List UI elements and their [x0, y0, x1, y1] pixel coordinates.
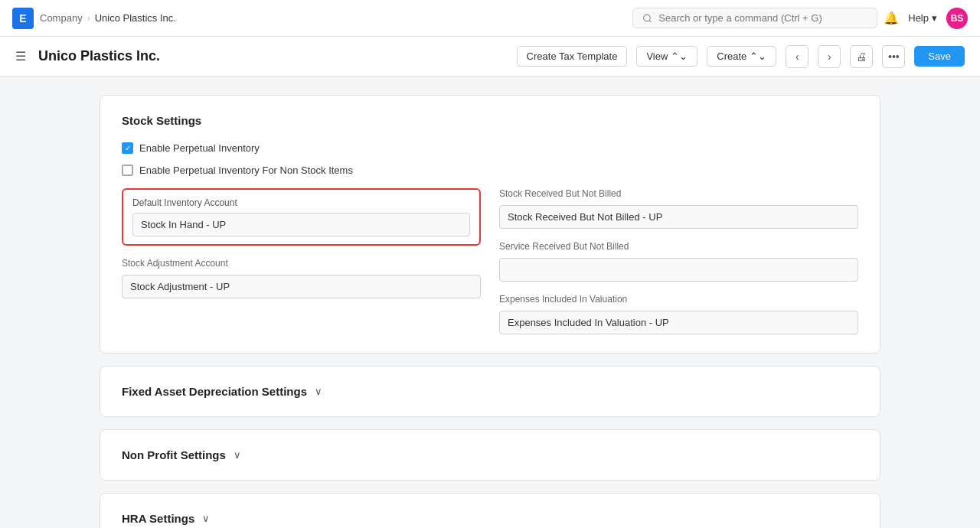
expenses-valuation-group: Expenses Included In Valuation [499, 294, 858, 334]
search-icon [642, 13, 652, 24]
help-chevron-icon: ▾ [932, 12, 937, 24]
enable-perpetual-non-stock-label[interactable]: Enable Perpetual Inventory For Non Stock… [122, 165, 353, 176]
view-button[interactable]: View ⌃⌄ [636, 46, 697, 67]
service-received-group: Service Received But Not Billed [499, 241, 858, 282]
svg-line-1 [649, 20, 651, 21]
breadcrumb: Company › Unico Plastics Inc. [40, 12, 176, 24]
nav-actions: 🔔 Help ▾ BS [884, 8, 968, 29]
breadcrumb-company[interactable]: Company [40, 12, 83, 24]
create-button[interactable]: Create ⌃⌄ [707, 46, 776, 67]
prev-button[interactable]: ‹ [786, 45, 808, 68]
default-inventory-account-label: Default Inventory Account [132, 197, 470, 208]
expenses-included-in-valuation-group: Expenses Included In Valuation [499, 294, 858, 334]
page-title: Unico Plastics Inc. [38, 48, 508, 64]
enable-perpetual-inventory-label[interactable]: ✓ Enable Perpetual Inventory [122, 142, 260, 154]
fixed-asset-collapsible-header[interactable]: Fixed Asset Depreciation Settings ∨ [122, 385, 858, 398]
stock-received-not-billed-label: Stock Received But Not Billed [499, 188, 858, 199]
stock-received-not-billed-group: Stock Received But Not Billed [499, 188, 858, 229]
expenses-included-in-valuation-label: Expenses Included In Valuation [499, 294, 858, 305]
expenses-included-in-valuation-input[interactable] [499, 311, 858, 334]
default-inventory-account-input[interactable] [132, 213, 470, 236]
stock-settings-card: Stock Settings ✓ Enable Perpetual Invent… [100, 95, 880, 354]
create-chevron-icon: ⌃⌄ [750, 51, 766, 62]
hra-collapsible-header[interactable]: HRA Settings ∨ [122, 512, 858, 525]
fixed-asset-depreciation-card: Fixed Asset Depreciation Settings ∨ [100, 366, 880, 417]
notification-icon[interactable]: 🔔 [884, 11, 899, 25]
more-options-button[interactable]: ••• [882, 45, 905, 68]
stock-received-not-billed-input[interactable] [499, 205, 858, 229]
non-profit-section-title: Non Profit Settings [122, 448, 226, 461]
stock-adjustment-account-label: Stock Adjustment Account [122, 258, 481, 269]
stock-settings-title: Stock Settings [122, 114, 858, 127]
avatar[interactable]: BS [946, 8, 968, 29]
fixed-asset-chevron-icon: ∨ [315, 386, 322, 397]
stock-adjustment-account-group: Stock Adjustment Account [122, 258, 481, 298]
hamburger-icon[interactable]: ☰ [15, 49, 26, 64]
stock-adjustment-group: Stock Adjustment Account [122, 258, 481, 298]
enable-perpetual-non-stock-checkbox[interactable] [122, 165, 133, 176]
create-tax-template-button[interactable]: Create Tax Template [517, 46, 628, 67]
hra-section-title: HRA Settings [122, 512, 194, 525]
fixed-asset-section-title: Fixed Asset Depreciation Settings [122, 385, 307, 398]
save-button[interactable]: Save [914, 46, 965, 67]
enable-perpetual-inventory-row: ✓ Enable Perpetual Inventory [122, 142, 858, 154]
search-input[interactable] [658, 12, 867, 24]
page-header: ☰ Unico Plastics Inc. Create Tax Templat… [0, 37, 980, 77]
stock-adjustment-account-input[interactable] [122, 275, 481, 298]
next-button[interactable]: › [818, 45, 841, 68]
search-bar[interactable] [632, 8, 877, 28]
view-chevron-icon: ⌃⌄ [671, 51, 688, 62]
hra-chevron-icon: ∨ [202, 513, 210, 524]
non-profit-settings-card: Non Profit Settings ∨ [100, 429, 880, 481]
main-content: Stock Settings ✓ Enable Perpetual Invent… [0, 77, 980, 528]
non-profit-chevron-icon: ∨ [234, 449, 241, 461]
right-col: Stock Received But Not Billed Service Re… [499, 188, 858, 334]
top-nav: E Company › Unico Plastics Inc. 🔔 Help ▾… [0, 0, 980, 37]
breadcrumb-sep-1: › [87, 13, 90, 24]
breadcrumb-current[interactable]: Unico Plastics Inc. [95, 12, 176, 24]
non-profit-collapsible-header[interactable]: Non Profit Settings ∨ [122, 448, 858, 461]
service-received-not-billed-input[interactable] [499, 258, 858, 282]
svg-point-0 [644, 15, 651, 21]
app-icon[interactable]: E [12, 8, 34, 29]
left-col: Default Inventory Account Stock Adjustme… [122, 188, 481, 334]
hra-settings-card: HRA Settings ∨ [100, 493, 880, 528]
enable-perpetual-non-stock-row: Enable Perpetual Inventory For Non Stock… [122, 165, 858, 176]
enable-perpetual-inventory-checkbox[interactable]: ✓ [122, 142, 133, 154]
service-received-not-billed-group: Service Received But Not Billed [499, 241, 858, 282]
checkmark-icon: ✓ [125, 144, 131, 152]
print-button[interactable]: 🖨 [850, 45, 873, 68]
default-inventory-account-highlighted: Default Inventory Account [122, 188, 481, 246]
help-button[interactable]: Help ▾ [908, 12, 937, 24]
service-received-not-billed-label: Service Received But Not Billed [499, 241, 858, 252]
stock-settings-fields: Default Inventory Account Stock Adjustme… [122, 188, 858, 334]
